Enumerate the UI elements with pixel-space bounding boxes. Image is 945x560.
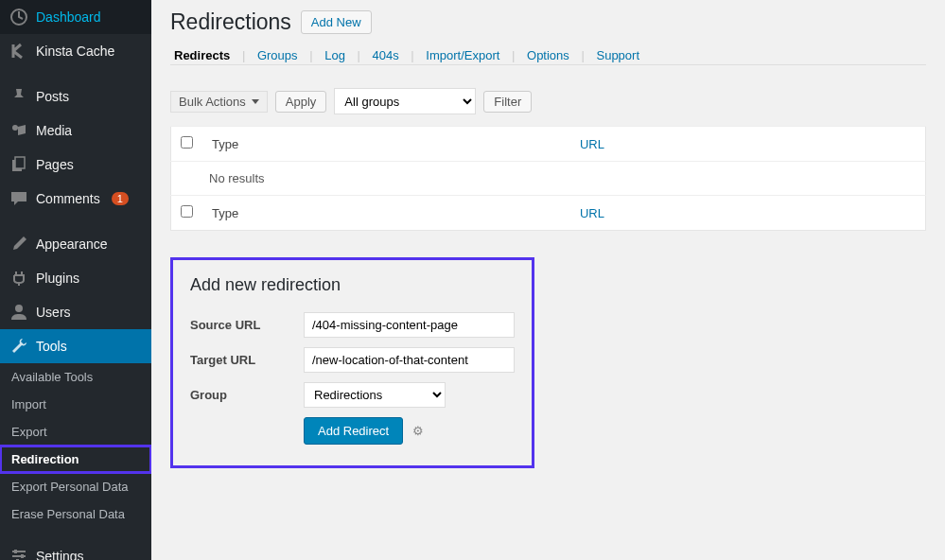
submenu-export-personal[interactable]: Export Personal Data	[0, 473, 151, 500]
target-url-row: Target URL	[190, 347, 515, 373]
tab-support[interactable]: Support	[592, 43, 643, 68]
sidebar-label: Users	[36, 305, 71, 320]
tab-separator: |	[237, 48, 250, 62]
add-redirect-button[interactable]: Add Redirect	[304, 417, 403, 445]
sidebar-item-users[interactable]: Users	[0, 295, 151, 329]
col-url[interactable]: URL	[570, 127, 926, 162]
sidebar-label: Media	[36, 123, 72, 138]
plug-icon	[9, 269, 28, 288]
svg-point-4	[15, 305, 23, 312]
dashboard-icon	[9, 8, 28, 26]
sliders-icon	[9, 547, 28, 560]
group-label: Group	[190, 388, 304, 402]
submenu-redirection[interactable]: Redirection	[0, 446, 151, 473]
form-actions: Add Redirect ⚙	[304, 417, 515, 445]
sidebar-label: Pages	[36, 157, 74, 172]
tab-separator: |	[305, 48, 317, 62]
submenu-available-tools[interactable]: Available Tools	[0, 363, 151, 391]
source-url-row: Source URL	[190, 312, 515, 338]
table-footer-row: Type URL	[171, 196, 926, 231]
tab-groups[interactable]: Groups	[254, 43, 302, 68]
submenu-erase-personal[interactable]: Erase Personal Data	[0, 500, 151, 528]
target-url-label: Target URL	[190, 353, 304, 367]
tab-separator: |	[507, 48, 519, 62]
sidebar-label: Dashboard	[36, 9, 101, 25]
col-type-footer[interactable]: Type	[202, 196, 570, 231]
tab-separator: |	[576, 48, 588, 62]
svg-rect-3	[15, 157, 25, 168]
chevron-down-icon	[252, 99, 259, 104]
sidebar-item-posts[interactable]: Posts	[0, 79, 151, 114]
sidebar-item-appearance[interactable]: Appearance	[0, 227, 151, 261]
sidebar-label: Comments	[36, 191, 100, 206]
tab-separator: |	[406, 48, 418, 62]
bulk-actions-label: Bulk Actions	[179, 95, 246, 109]
submenu-import[interactable]: Import	[0, 391, 151, 418]
bulk-actions-select[interactable]: Bulk Actions	[170, 91, 268, 113]
tab-log[interactable]: Log	[321, 43, 349, 68]
sidebar-label: Appearance	[36, 236, 108, 252]
sidebar-item-media[interactable]: Media	[0, 114, 151, 148]
sidebar-label: Tools	[36, 339, 67, 354]
no-results-text: No results	[171, 162, 926, 196]
col-url-footer[interactable]: URL	[570, 196, 926, 231]
form-title: Add new redirection	[190, 275, 515, 295]
wrench-icon	[9, 337, 28, 356]
select-all-checkbox-footer[interactable]	[181, 205, 193, 218]
submenu-export[interactable]: Export	[0, 418, 151, 446]
tab-redirects[interactable]: Redirects	[170, 43, 234, 68]
select-all-cell	[171, 127, 203, 162]
target-url-input[interactable]	[304, 347, 515, 373]
kinsta-icon	[9, 42, 28, 61]
group-row: Group Redirections	[190, 382, 515, 408]
groups-filter-select[interactable]: All groups	[334, 88, 476, 114]
tab-separator: |	[353, 48, 365, 62]
sidebar-item-tools[interactable]: Tools	[0, 329, 151, 363]
sidebar-label: Posts	[36, 89, 69, 104]
sidebar-separator	[0, 528, 151, 539]
filter-row: Bulk Actions Apply All groups Filter	[170, 88, 926, 114]
sidebar-label: Settings	[36, 549, 84, 560]
media-icon	[9, 121, 28, 140]
source-url-input[interactable]	[304, 312, 515, 338]
svg-rect-6	[21, 554, 24, 558]
sidebar-separator	[0, 216, 151, 227]
comments-badge: 1	[112, 192, 129, 205]
filter-button[interactable]: Filter	[483, 91, 532, 113]
page-title: Redirections	[170, 9, 291, 35]
gear-icon[interactable]: ⚙	[412, 424, 424, 438]
brush-icon	[9, 235, 28, 254]
svg-rect-5	[14, 550, 17, 553]
select-all-cell-footer	[171, 196, 203, 231]
sidebar-label: Kinsta Cache	[36, 44, 114, 59]
redirects-table: Type URL No results Type URL	[170, 126, 926, 231]
apply-button[interactable]: Apply	[275, 91, 327, 113]
sidebar-item-comments[interactable]: Comments 1	[0, 182, 151, 216]
group-select[interactable]: Redirections	[304, 382, 446, 408]
select-all-checkbox[interactable]	[181, 136, 193, 149]
add-new-button[interactable]: Add New	[301, 10, 372, 34]
source-url-label: Source URL	[190, 318, 304, 332]
add-redirection-form: Add new redirection Source URL Target UR…	[170, 257, 534, 468]
sidebar-label: Plugins	[36, 271, 79, 286]
svg-point-1	[12, 125, 18, 131]
pin-icon	[9, 87, 28, 106]
tab-options[interactable]: Options	[523, 43, 573, 68]
tab-404s[interactable]: 404s	[369, 43, 403, 68]
col-type[interactable]: Type	[202, 127, 570, 162]
pages-icon	[9, 155, 28, 174]
sidebar-item-settings[interactable]: Settings	[0, 539, 151, 560]
admin-sidebar: Dashboard Kinsta Cache Posts Media Pages…	[0, 0, 151, 560]
comment-icon	[9, 189, 28, 208]
tab-nav: Redirects | Groups | Log | 404s | Import…	[170, 48, 926, 65]
sidebar-item-dashboard[interactable]: Dashboard	[0, 0, 151, 34]
sidebar-item-plugins[interactable]: Plugins	[0, 261, 151, 295]
table-header-row: Type URL	[171, 127, 926, 162]
sidebar-item-kinsta[interactable]: Kinsta Cache	[0, 34, 151, 68]
tab-import-export[interactable]: Import/Export	[422, 43, 503, 68]
sidebar-item-pages[interactable]: Pages	[0, 148, 151, 182]
sidebar-separator	[0, 68, 151, 79]
page-header: Redirections Add New	[170, 9, 926, 35]
user-icon	[9, 303, 28, 322]
no-results-row: No results	[171, 162, 926, 196]
